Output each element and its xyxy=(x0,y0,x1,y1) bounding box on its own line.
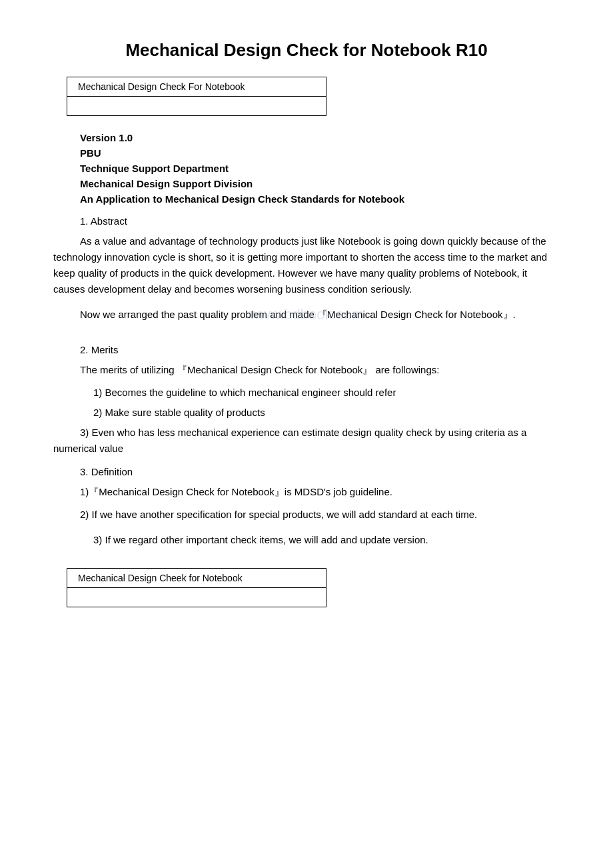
application-heading: An Application to Mechanical Design Chec… xyxy=(80,193,560,205)
meta-section: Version 1.0 PBU Technique Support Depart… xyxy=(80,132,560,205)
section2-item2: 2) Make sure stable quality of products xyxy=(93,405,560,421)
dept-label: Technique Support Department xyxy=(80,163,560,174)
division-label: Mechanical Design Support Division xyxy=(80,178,560,189)
section3-item3: 3) If we regard other important check it… xyxy=(93,532,560,548)
pbu-label: PBU xyxy=(80,147,560,159)
page-title: Mechanical Design Check for Notebook R10 xyxy=(53,40,560,61)
section2-item1: 1) Becomes the guideline to which mechan… xyxy=(93,385,560,401)
section3-item2: 2) If we have another specification for … xyxy=(53,507,560,523)
header-box: Mechanical Design Check For Notebook xyxy=(67,77,326,116)
section1-para1: As a value and advantage of technology p… xyxy=(53,233,560,297)
section1-para2: Now we arranged the past quality problem… xyxy=(53,307,560,323)
version-label: Version 1.0 xyxy=(80,132,560,143)
section3-heading: 3. Definition xyxy=(80,466,560,477)
header-box-bottom xyxy=(67,97,326,115)
header-box-top-text: Mechanical Design Check For Notebook xyxy=(67,77,326,97)
section2-intro: The merits of utilizing 『Mechanical Desi… xyxy=(80,362,560,378)
section3-item1: 1)『Mechanical Design Check for Notebook』… xyxy=(80,484,560,500)
section2-item3: 3) Even who has less mechanical experien… xyxy=(53,425,560,457)
section1-heading: 1. Abstract xyxy=(80,215,560,227)
footer-box: Mechanical Design Cheek for Notebook xyxy=(67,568,326,607)
footer-box-bottom xyxy=(67,588,326,607)
footer-box-top-text: Mechanical Design Cheek for Notebook xyxy=(67,569,326,588)
section2-heading: 2. Merits xyxy=(80,344,560,355)
